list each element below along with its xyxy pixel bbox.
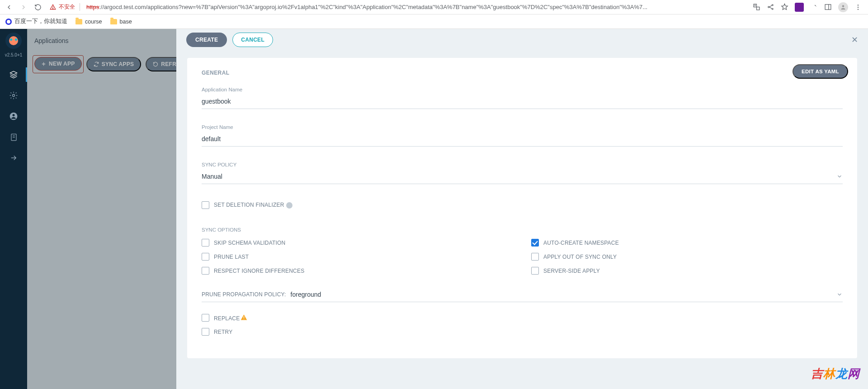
folder-icon	[110, 19, 117, 24]
sync-options-grid: SKIP SCHEMA VALIDATION PRUNE LAST RESPEC…	[202, 239, 843, 281]
opt-auto-namespace[interactable]: AUTO-CREATE NAMESPACE	[531, 239, 843, 247]
info-icon[interactable]	[286, 202, 292, 209]
svg-rect-19	[244, 316, 244, 318]
toolbar-icons	[750, 2, 864, 12]
svg-point-5	[772, 5, 773, 6]
create-button[interactable]: CREATE	[186, 33, 227, 47]
section-general-label: GENERAL	[202, 70, 843, 76]
sync-policy-value: Manual	[202, 173, 836, 180]
bookmark-base[interactable]: base	[110, 19, 132, 25]
bookmark-course[interactable]: course	[75, 19, 102, 25]
sidebar-item-applications[interactable]	[0, 65, 27, 85]
svg-point-9	[842, 5, 844, 7]
sync-policy-label: SYNC POLICY	[202, 162, 843, 167]
sidebar-item-settings[interactable]	[0, 85, 27, 105]
back-button[interactable]	[4, 2, 14, 13]
menu-icon[interactable]	[854, 4, 862, 11]
url-path: ://argocd.test.com/applications?new=%7B"…	[99, 4, 647, 10]
browser-toolbar: 不安全 https://argocd.test.com/applications…	[0, 0, 868, 14]
profile-avatar[interactable]	[838, 2, 848, 12]
opt-server-side[interactable]: SERVER-SIDE APPLY	[531, 267, 843, 275]
create-app-panel: CREATE CANCEL ✕ EDIT AS YAML GENERAL App…	[176, 29, 868, 389]
opt-respect-ignore[interactable]: RESPECT IGNORE DIFFERENCES	[202, 267, 513, 275]
sidebar-item-collapse[interactable]	[0, 148, 27, 168]
finalizer-row[interactable]: SET DELETION FINALIZER	[202, 201, 843, 209]
panel-icon[interactable]	[824, 3, 832, 11]
sidebar: v2.5.0+1	[0, 29, 27, 389]
opt-prune-last[interactable]: PRUNE LAST	[202, 253, 513, 261]
reload-button[interactable]	[33, 2, 43, 13]
prune-value: foreground	[291, 291, 832, 298]
share-icon[interactable]	[767, 3, 774, 11]
extension-icon[interactable]	[795, 3, 804, 12]
close-icon[interactable]: ✕	[851, 35, 858, 45]
sync-options-label: SYNC OPTIONS	[202, 227, 843, 232]
prune-policy-select[interactable]: PRUNE PROPAGATION POLICY: foreground	[202, 291, 843, 302]
chevron-down-icon	[836, 173, 843, 180]
panel-header: CREATE CANCEL ✕	[176, 29, 868, 51]
svg-point-13	[13, 95, 15, 97]
version-label: v2.5.0+1	[5, 52, 23, 57]
svg-rect-3	[757, 7, 760, 10]
svg-point-6	[772, 8, 773, 9]
cancel-button[interactable]: CANCEL	[232, 33, 273, 47]
finalizer-checkbox[interactable]	[202, 201, 209, 209]
svg-point-10	[858, 5, 859, 5]
bookmarks-bar: 百度一下，你就知道 course base	[0, 14, 868, 29]
content-area: Applications NEW APP SYNC APPS REFRESH C…	[27, 29, 868, 389]
baidu-icon	[5, 19, 12, 25]
svg-point-4	[768, 6, 769, 8]
svg-point-11	[858, 6, 859, 7]
finalizer-label: SET DELETION FINALIZER	[214, 202, 292, 209]
app-name-label: Application Name	[202, 87, 843, 92]
project-input[interactable]	[202, 133, 843, 147]
chevron-down-icon	[836, 291, 843, 298]
opt-skip-schema[interactable]: SKIP SCHEMA VALIDATION	[202, 239, 513, 247]
opt-replace[interactable]: REPLACE	[202, 314, 843, 322]
bookmark-baidu[interactable]: 百度一下，你就知道	[5, 18, 67, 25]
url-bar[interactable]: https://argocd.test.com/applications?new…	[84, 4, 746, 10]
folder-icon	[75, 19, 82, 24]
svg-point-1	[52, 8, 53, 9]
svg-rect-20	[244, 318, 244, 319]
sidebar-item-docs[interactable]	[0, 127, 27, 147]
opt-retry[interactable]: RETRY	[202, 328, 843, 336]
star-icon[interactable]	[781, 3, 788, 11]
opt-out-of-sync[interactable]: APPLY OUT OF SYNC ONLY	[531, 253, 843, 261]
sync-policy-select[interactable]: Manual	[202, 171, 843, 184]
edit-as-yaml-button[interactable]: EDIT AS YAML	[793, 64, 848, 79]
app-name-input[interactable]	[202, 96, 843, 109]
svg-point-15	[13, 114, 15, 116]
forward-button[interactable]	[18, 2, 29, 13]
warning-icon	[241, 314, 247, 320]
extensions-icon[interactable]	[810, 3, 818, 11]
prune-label: PRUNE PROPAGATION POLICY:	[202, 291, 286, 298]
svg-rect-7	[825, 5, 831, 9]
security-label: 不安全	[59, 3, 75, 11]
form-card: EDIT AS YAML GENERAL Application Name Pr…	[187, 58, 857, 358]
project-label: Project Name	[202, 124, 843, 130]
watermark: 吉林龙网	[811, 366, 860, 382]
svg-point-12	[858, 9, 859, 9]
argo-logo[interactable]	[5, 33, 22, 49]
security-chip[interactable]: 不安全	[47, 3, 80, 11]
url-protocol: https	[86, 4, 99, 10]
app-shell: v2.5.0+1 Applications NEW APP SYNC APPS …	[0, 29, 868, 389]
field-project-name: Project Name	[202, 124, 843, 147]
field-application-name: Application Name	[202, 87, 843, 109]
sidebar-item-user[interactable]	[0, 106, 27, 126]
translate-icon[interactable]	[753, 3, 760, 11]
panel-body: EDIT AS YAML GENERAL Application Name Pr…	[176, 51, 868, 389]
